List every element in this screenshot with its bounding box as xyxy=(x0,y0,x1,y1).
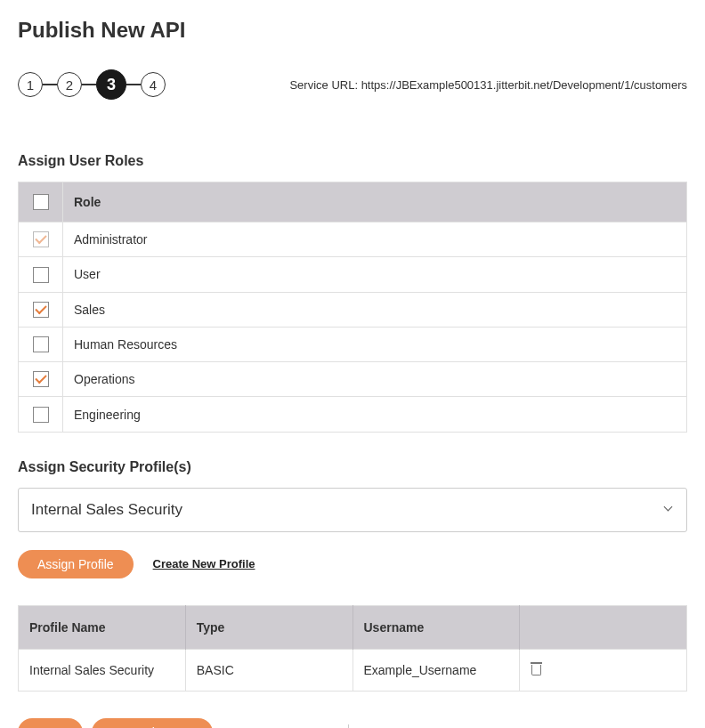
step-line xyxy=(126,84,141,85)
step-1[interactable]: 1 xyxy=(18,72,43,97)
role-checkbox-cell xyxy=(19,327,63,361)
profile-select-value: Internal Sales Security xyxy=(31,501,182,519)
roles-title: Assign User Roles xyxy=(18,153,687,169)
role-checkbox[interactable] xyxy=(33,407,49,423)
profile-select-wrap: Internal Sales Security xyxy=(18,488,687,532)
roles-header-checkbox-col xyxy=(19,182,63,222)
next-button[interactable]: Next xyxy=(18,718,83,728)
profile-type-cell: BASIC xyxy=(185,649,352,691)
step-line xyxy=(82,84,96,85)
assign-profile-button[interactable]: Assign Profile xyxy=(18,550,134,578)
service-url-value: https://JBExample500131.jitterbit.net/De… xyxy=(361,78,687,92)
table-row: Internal Sales SecurityBASICExample_User… xyxy=(19,649,687,691)
role-checkbox-cell xyxy=(19,222,63,257)
role-name: Administrator xyxy=(63,222,687,257)
profiles-header-name: Profile Name xyxy=(19,605,186,649)
table-row: Administrator xyxy=(19,222,687,257)
step-line xyxy=(43,84,57,85)
profiles-title: Assign Security Profile(s) xyxy=(18,459,687,475)
page-title: Publish New API xyxy=(18,18,687,43)
role-checkbox-cell xyxy=(19,257,63,292)
roles-header-role: Role xyxy=(63,182,687,222)
profile-name-cell: Internal Sales Security xyxy=(19,649,186,691)
role-checkbox[interactable] xyxy=(33,336,49,352)
top-row: 1 2 3 4 Service URL: https://JBExample50… xyxy=(18,69,687,100)
select-all-checkbox[interactable] xyxy=(33,194,49,210)
role-name: Engineering xyxy=(63,397,687,432)
role-name: User xyxy=(63,257,687,292)
bottom-actions: Next Save Changes Discard Changes Skip t… xyxy=(18,718,687,728)
profile-select[interactable]: Internal Sales Security xyxy=(18,488,687,532)
profiles-table: Profile Name Type Username Internal Sale… xyxy=(18,605,687,692)
table-row: Engineering xyxy=(19,397,687,432)
step-2[interactable]: 2 xyxy=(57,72,82,97)
save-changes-button[interactable]: Save Changes xyxy=(92,718,213,728)
role-checkbox[interactable] xyxy=(33,267,49,283)
stepper: 1 2 3 4 xyxy=(18,69,166,100)
profile-actions-cell xyxy=(520,649,687,691)
profile-username-cell: Example_Username xyxy=(352,649,520,691)
role-checkbox-cell xyxy=(19,292,63,327)
separator xyxy=(348,724,349,728)
role-name: Operations xyxy=(63,362,687,397)
profiles-header-actions xyxy=(520,605,687,649)
service-url: Service URL: https://JBExample500131.jit… xyxy=(289,78,687,92)
profiles-header-type: Type xyxy=(185,605,352,649)
role-checkbox-cell xyxy=(19,362,63,397)
create-new-profile-link[interactable]: Create New Profile xyxy=(153,557,255,570)
trash-icon[interactable] xyxy=(531,662,542,675)
role-checkbox xyxy=(33,231,49,247)
table-row: User xyxy=(19,257,687,292)
role-name: Human Resources xyxy=(63,327,687,361)
step-4[interactable]: 4 xyxy=(141,72,166,97)
role-checkbox-cell xyxy=(19,397,63,432)
step-3[interactable]: 3 xyxy=(96,69,126,100)
table-row: Human Resources xyxy=(19,327,687,361)
table-row: Operations xyxy=(19,362,687,397)
role-checkbox[interactable] xyxy=(33,371,49,387)
table-row: Sales xyxy=(19,292,687,327)
profile-actions: Assign Profile Create New Profile xyxy=(18,550,687,578)
profiles-header-username: Username xyxy=(352,605,520,649)
role-checkbox[interactable] xyxy=(33,302,49,318)
roles-table: Role AdministratorUserSalesHuman Resourc… xyxy=(18,182,687,433)
chevron-down-icon xyxy=(665,506,674,514)
service-url-label: Service URL: xyxy=(289,78,358,92)
role-name: Sales xyxy=(63,292,687,327)
